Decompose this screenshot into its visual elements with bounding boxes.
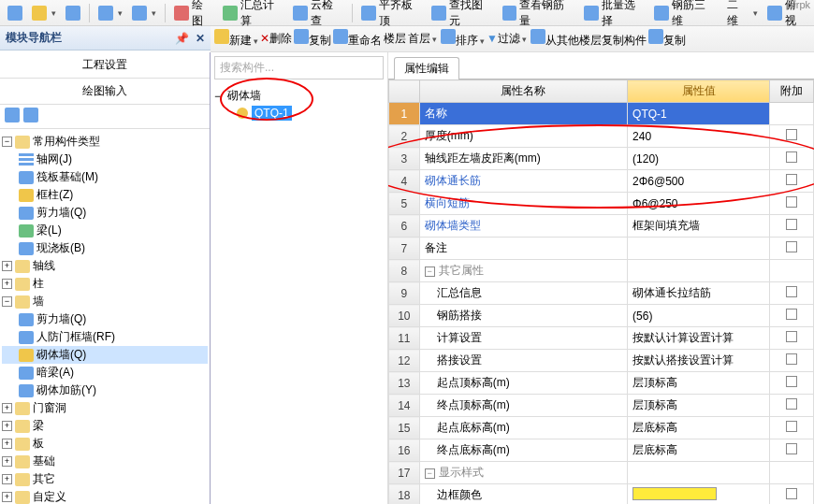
table-row[interactable]: 8−其它属性 [389, 260, 814, 282]
panel-pin-icon[interactable]: 📌 [175, 32, 189, 45]
nav-expand-icon[interactable] [5, 108, 20, 125]
table-row[interactable]: 4砌体通长筋2Φ6@500 [389, 170, 814, 193]
table-row[interactable]: 7备注 [389, 238, 814, 260]
col-name[interactable]: 属性名称 [419, 80, 627, 103]
prop-value[interactable] [628, 238, 770, 260]
prop-value[interactable]: (120) [628, 148, 770, 170]
prop-extra[interactable] [770, 103, 814, 125]
tb2-copy-to[interactable]: 复制 [648, 29, 686, 49]
comp-item[interactable]: QTQ-1 [214, 105, 384, 122]
tree-g-custom[interactable]: +自定义 [2, 488, 208, 504]
prop-extra[interactable] [770, 395, 814, 417]
tb2-copy[interactable]: 复制 [294, 29, 331, 49]
table-row[interactable]: 14终点顶标高(m)层顶标高 [389, 395, 814, 417]
tb1-misc-3[interactable] [62, 4, 84, 22]
prop-extra[interactable] [770, 170, 814, 193]
checkbox-icon[interactable] [786, 286, 797, 297]
checkbox-icon[interactable] [786, 129, 797, 140]
panel-close-icon[interactable]: ✕ [196, 32, 205, 45]
table-row[interactable]: 10钢筋搭接(56) [389, 305, 814, 327]
tab-project-settings[interactable]: 工程设置 [0, 52, 210, 79]
tree-masonry[interactable]: 砌体墙(Q) [2, 346, 208, 364]
tree-g-beam[interactable]: +梁 [2, 417, 208, 435]
table-row[interactable]: 5横向短筋Φ6@250 [389, 193, 814, 215]
prop-extra[interactable] [770, 193, 814, 215]
prop-extra[interactable] [770, 350, 814, 372]
prop-value[interactable]: 2Φ6@500 [628, 170, 770, 193]
tree-hidden-beam[interactable]: 暗梁(A) [2, 364, 208, 382]
tree-g-door[interactable]: +门窗洞 [2, 399, 208, 417]
prop-extra[interactable] [770, 215, 814, 238]
prop-value[interactable] [628, 462, 770, 484]
table-row[interactable]: 15起点底标高(m)层底标高 [389, 417, 814, 439]
prop-extra[interactable] [770, 462, 814, 484]
tb1-misc-2[interactable]: ▾ [28, 4, 60, 22]
checkbox-icon[interactable] [786, 421, 797, 432]
tree-g-found[interactable]: +基础 [2, 453, 208, 470]
tree-slab[interactable]: 现浇板(B) [2, 239, 208, 257]
prop-extra[interactable] [770, 260, 814, 282]
prop-extra[interactable] [770, 238, 814, 260]
tab-property-edit[interactable]: 属性编辑 [394, 57, 459, 79]
tree-g-slab[interactable]: +板 [2, 435, 208, 453]
prop-extra[interactable] [770, 305, 814, 327]
tab-draw-input[interactable]: 绘图输入 [0, 79, 210, 105]
prop-extra[interactable] [770, 372, 814, 395]
prop-value[interactable]: 砌体通长拉结筋 [628, 282, 770, 305]
checkbox-icon[interactable] [786, 376, 797, 387]
table-row[interactable]: 2厚度(mm)240 [389, 125, 814, 148]
tree-g-col[interactable]: +柱 [2, 275, 208, 293]
checkbox-icon[interactable] [786, 151, 797, 163]
table-row[interactable]: 16终点底标高(m)层底标高 [389, 439, 814, 462]
tree-shear2[interactable]: 剪力墙(Q) [2, 310, 208, 328]
table-row[interactable]: 13起点顶标高(m)层顶标高 [389, 372, 814, 395]
prop-value[interactable]: QTQ-1 [628, 103, 770, 125]
table-row[interactable]: 12搭接设置按默认搭接设置计算 [389, 350, 814, 372]
prop-extra[interactable] [770, 439, 814, 462]
prop-value[interactable]: 层底标高 [628, 417, 770, 439]
tb2-floor[interactable]: 楼层 [384, 31, 406, 47]
tree-raft[interactable]: 筏板基础(M) [2, 168, 208, 186]
tree-masonry-rebar[interactable]: 砌体加筋(Y) [2, 382, 208, 399]
prop-extra[interactable] [770, 125, 814, 148]
tree-civil-frame[interactable]: 人防门框墙(RF) [2, 328, 208, 346]
prop-extra[interactable] [770, 282, 814, 305]
prop-value[interactable]: (56) [628, 305, 770, 327]
search-input[interactable]: 搜索构件... [214, 56, 384, 79]
prop-value[interactable]: Φ6@250 [628, 193, 770, 215]
tree-g-other[interactable]: +其它 [2, 470, 208, 488]
tb2-first-floor[interactable]: 首层▾ [408, 31, 437, 47]
comp-group[interactable]: −砌体墙 [214, 87, 384, 105]
prop-value[interactable]: 240 [628, 125, 770, 148]
col-value[interactable]: 属性值 [628, 80, 770, 103]
tree-framecol[interactable]: 框柱(Z) [2, 186, 208, 204]
checkbox-icon[interactable] [786, 241, 797, 252]
tb2-rename[interactable]: 重命名 [333, 29, 382, 49]
prop-value[interactable] [628, 484, 770, 505]
prop-extra[interactable] [770, 484, 814, 505]
prop-extra[interactable] [770, 327, 814, 350]
prop-value[interactable]: 层底标高 [628, 439, 770, 462]
tb2-filter[interactable]: ▼过滤▾ [487, 31, 527, 47]
checkbox-icon[interactable] [786, 309, 797, 320]
tree-root[interactable]: −常用构件类型 [2, 133, 208, 151]
tree-shear[interactable]: 剪力墙(Q) [2, 204, 208, 222]
tb1-redo[interactable]: ▾ [128, 4, 160, 22]
checkbox-icon[interactable] [786, 398, 797, 410]
table-row[interactable]: 17−显示样式 [389, 462, 814, 484]
color-swatch[interactable] [632, 487, 717, 500]
table-row[interactable]: 1名称QTQ-1 [389, 103, 814, 125]
tree-g-wall[interactable]: −墙 [2, 293, 208, 310]
tb2-copy-from[interactable]: 从其他楼层复制构件 [531, 29, 647, 49]
tree-beam[interactable]: 梁(L) [2, 222, 208, 239]
prop-extra[interactable] [770, 148, 814, 170]
checkbox-icon[interactable] [786, 174, 797, 185]
checkbox-icon[interactable] [786, 353, 797, 365]
table-row[interactable]: 11计算设置按默认计算设置计算 [389, 327, 814, 350]
table-row[interactable]: 18边框颜色 [389, 484, 814, 505]
prop-value[interactable] [628, 260, 770, 282]
col-extra[interactable]: 附加 [770, 80, 814, 103]
prop-value[interactable]: 层顶标高 [628, 372, 770, 395]
prop-extra[interactable] [770, 417, 814, 439]
tree-axis[interactable]: 轴网(J) [2, 151, 208, 168]
